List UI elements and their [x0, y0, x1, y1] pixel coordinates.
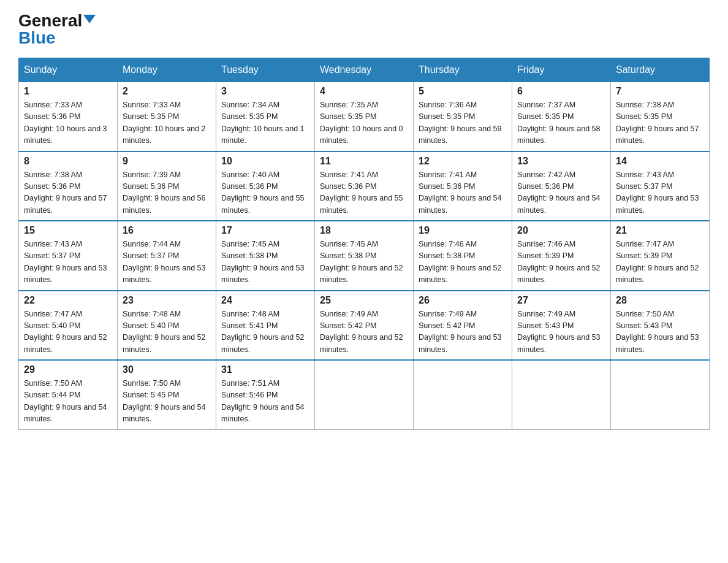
calendar-header-row: SundayMondayTuesdayWednesdayThursdayFrid…: [19, 58, 710, 82]
day-number: 10: [221, 156, 309, 167]
day-info: Sunrise: 7:47 AMSunset: 5:40 PMDaylight:…: [24, 310, 107, 354]
day-info: Sunrise: 7:39 AMSunset: 5:36 PMDaylight:…: [123, 170, 206, 215]
logo-arrow-icon: [83, 15, 96, 23]
day-info: Sunrise: 7:43 AMSunset: 5:37 PMDaylight:…: [616, 170, 699, 215]
calendar-day-header: Friday: [512, 58, 611, 82]
calendar-day-cell: 17 Sunrise: 7:45 AMSunset: 5:38 PMDaylig…: [216, 221, 315, 291]
calendar-day-header: Thursday: [414, 58, 512, 82]
day-info: Sunrise: 7:45 AMSunset: 5:38 PMDaylight:…: [320, 240, 403, 284]
calendar-table: SundayMondayTuesdayWednesdayThursdayFrid…: [18, 58, 710, 430]
day-number: 18: [320, 225, 408, 236]
day-number: 15: [24, 225, 112, 236]
day-number: 8: [24, 156, 112, 167]
day-info: Sunrise: 7:50 AMSunset: 5:43 PMDaylight:…: [616, 310, 699, 354]
day-info: Sunrise: 7:33 AMSunset: 5:35 PMDaylight:…: [123, 101, 206, 145]
logo: General Blue: [18, 12, 96, 47]
day-info: Sunrise: 7:49 AMSunset: 5:42 PMDaylight:…: [419, 310, 502, 354]
calendar-day-cell: 26 Sunrise: 7:49 AMSunset: 5:42 PMDaylig…: [414, 291, 512, 361]
calendar-day-cell: [512, 360, 611, 429]
calendar-week-row: 15 Sunrise: 7:43 AMSunset: 5:37 PMDaylig…: [19, 221, 710, 291]
day-number: 3: [221, 86, 309, 97]
day-info: Sunrise: 7:45 AMSunset: 5:38 PMDaylight:…: [221, 240, 305, 284]
day-info: Sunrise: 7:40 AMSunset: 5:36 PMDaylight:…: [221, 170, 305, 215]
calendar-week-row: 8 Sunrise: 7:38 AMSunset: 5:36 PMDayligh…: [19, 151, 710, 221]
day-number: 31: [221, 364, 309, 375]
calendar-week-row: 1 Sunrise: 7:33 AMSunset: 5:36 PMDayligh…: [19, 82, 710, 151]
day-number: 14: [616, 156, 704, 167]
day-info: Sunrise: 7:35 AMSunset: 5:35 PMDaylight:…: [320, 101, 403, 145]
day-number: 26: [419, 295, 507, 306]
day-number: 2: [123, 86, 211, 97]
day-number: 25: [320, 295, 408, 306]
day-info: Sunrise: 7:46 AMSunset: 5:39 PMDaylight:…: [517, 240, 601, 284]
calendar-day-cell: 4 Sunrise: 7:35 AMSunset: 5:35 PMDayligh…: [315, 82, 414, 151]
calendar-day-cell: 11 Sunrise: 7:41 AMSunset: 5:36 PMDaylig…: [315, 151, 414, 221]
calendar-day-cell: 1 Sunrise: 7:33 AMSunset: 5:36 PMDayligh…: [19, 82, 118, 151]
day-number: 24: [221, 295, 309, 306]
day-info: Sunrise: 7:38 AMSunset: 5:36 PMDaylight:…: [24, 170, 107, 215]
calendar-day-cell: 29 Sunrise: 7:50 AMSunset: 5:44 PMDaylig…: [19, 360, 118, 429]
day-number: 21: [616, 225, 704, 236]
day-info: Sunrise: 7:49 AMSunset: 5:42 PMDaylight:…: [320, 310, 403, 354]
calendar-day-cell: 7 Sunrise: 7:38 AMSunset: 5:35 PMDayligh…: [611, 82, 710, 151]
day-number: 16: [123, 225, 211, 236]
calendar-day-cell: [611, 360, 710, 429]
calendar-day-cell: 27 Sunrise: 7:49 AMSunset: 5:43 PMDaylig…: [512, 291, 611, 361]
calendar-day-cell: 20 Sunrise: 7:46 AMSunset: 5:39 PMDaylig…: [512, 221, 611, 291]
calendar-day-header: Sunday: [19, 58, 118, 82]
day-info: Sunrise: 7:34 AMSunset: 5:35 PMDaylight:…: [221, 101, 305, 145]
calendar-day-cell: 13 Sunrise: 7:42 AMSunset: 5:36 PMDaylig…: [512, 151, 611, 221]
calendar-day-cell: 22 Sunrise: 7:47 AMSunset: 5:40 PMDaylig…: [19, 291, 118, 361]
day-info: Sunrise: 7:47 AMSunset: 5:39 PMDaylight:…: [616, 240, 699, 284]
calendar-day-header: Wednesday: [315, 58, 414, 82]
calendar-day-cell: 15 Sunrise: 7:43 AMSunset: 5:37 PMDaylig…: [19, 221, 118, 291]
calendar-day-cell: 21 Sunrise: 7:47 AMSunset: 5:39 PMDaylig…: [611, 221, 710, 291]
logo-blue-text: Blue: [18, 29, 56, 47]
calendar-day-cell: 9 Sunrise: 7:39 AMSunset: 5:36 PMDayligh…: [118, 151, 216, 221]
calendar-day-header: Tuesday: [216, 58, 315, 82]
day-number: 12: [419, 156, 507, 167]
day-number: 27: [517, 295, 605, 306]
calendar-day-cell: 31 Sunrise: 7:51 AMSunset: 5:46 PMDaylig…: [216, 360, 315, 429]
day-info: Sunrise: 7:36 AMSunset: 5:35 PMDaylight:…: [419, 101, 502, 145]
calendar-day-cell: 30 Sunrise: 7:50 AMSunset: 5:45 PMDaylig…: [118, 360, 216, 429]
calendar-week-row: 22 Sunrise: 7:47 AMSunset: 5:40 PMDaylig…: [19, 291, 710, 361]
day-number: 30: [123, 364, 211, 375]
day-number: 5: [419, 86, 507, 97]
calendar-day-cell: [315, 360, 414, 429]
calendar-day-header: Monday: [118, 58, 216, 82]
calendar-day-cell: 24 Sunrise: 7:48 AMSunset: 5:41 PMDaylig…: [216, 291, 315, 361]
day-info: Sunrise: 7:46 AMSunset: 5:38 PMDaylight:…: [419, 240, 502, 284]
day-number: 4: [320, 86, 408, 97]
day-info: Sunrise: 7:41 AMSunset: 5:36 PMDaylight:…: [320, 170, 403, 215]
logo-general-text: General: [18, 12, 82, 29]
day-number: 13: [517, 156, 605, 167]
day-info: Sunrise: 7:50 AMSunset: 5:45 PMDaylight:…: [123, 379, 206, 423]
calendar-day-cell: 23 Sunrise: 7:48 AMSunset: 5:40 PMDaylig…: [118, 291, 216, 361]
day-info: Sunrise: 7:42 AMSunset: 5:36 PMDaylight:…: [517, 170, 601, 215]
day-info: Sunrise: 7:38 AMSunset: 5:35 PMDaylight:…: [616, 101, 699, 145]
calendar-day-cell: 25 Sunrise: 7:49 AMSunset: 5:42 PMDaylig…: [315, 291, 414, 361]
day-number: 22: [24, 295, 112, 306]
calendar-day-cell: 18 Sunrise: 7:45 AMSunset: 5:38 PMDaylig…: [315, 221, 414, 291]
calendar-day-cell: 5 Sunrise: 7:36 AMSunset: 5:35 PMDayligh…: [414, 82, 512, 151]
day-number: 17: [221, 225, 309, 236]
day-info: Sunrise: 7:49 AMSunset: 5:43 PMDaylight:…: [517, 310, 601, 354]
calendar-day-cell: 19 Sunrise: 7:46 AMSunset: 5:38 PMDaylig…: [414, 221, 512, 291]
calendar-day-cell: 10 Sunrise: 7:40 AMSunset: 5:36 PMDaylig…: [216, 151, 315, 221]
calendar-day-cell: [414, 360, 512, 429]
calendar-day-header: Saturday: [611, 58, 710, 82]
calendar-day-cell: 3 Sunrise: 7:34 AMSunset: 5:35 PMDayligh…: [216, 82, 315, 151]
day-number: 6: [517, 86, 605, 97]
day-info: Sunrise: 7:37 AMSunset: 5:35 PMDaylight:…: [517, 101, 601, 145]
day-info: Sunrise: 7:33 AMSunset: 5:36 PMDaylight:…: [24, 101, 107, 145]
page-header: General Blue: [18, 12, 710, 47]
day-info: Sunrise: 7:44 AMSunset: 5:37 PMDaylight:…: [123, 240, 206, 284]
calendar-day-cell: 2 Sunrise: 7:33 AMSunset: 5:35 PMDayligh…: [118, 82, 216, 151]
day-number: 23: [123, 295, 211, 306]
day-info: Sunrise: 7:48 AMSunset: 5:41 PMDaylight:…: [221, 310, 305, 354]
day-number: 29: [24, 364, 112, 375]
day-number: 28: [616, 295, 704, 306]
calendar-week-row: 29 Sunrise: 7:50 AMSunset: 5:44 PMDaylig…: [19, 360, 710, 429]
calendar-day-cell: 16 Sunrise: 7:44 AMSunset: 5:37 PMDaylig…: [118, 221, 216, 291]
